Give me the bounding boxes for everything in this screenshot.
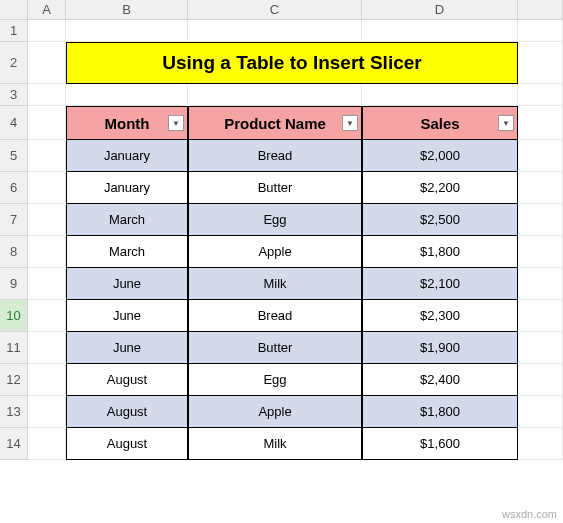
row-header-13[interactable]: 13 — [0, 396, 28, 428]
cell-e2[interactable] — [518, 42, 563, 84]
td-month-8[interactable]: August — [66, 396, 188, 428]
cell-e1[interactable] — [518, 20, 563, 42]
th-month[interactable]: Month ▼ — [66, 106, 188, 140]
row-header-6[interactable]: 6 — [0, 172, 28, 204]
row-header-4[interactable]: 4 — [0, 106, 28, 140]
cell-e5[interactable] — [518, 140, 563, 172]
cell-e6[interactable] — [518, 172, 563, 204]
cell-a1[interactable] — [28, 20, 66, 42]
cell-d1[interactable] — [362, 20, 518, 42]
corner-cell[interactable] — [0, 0, 28, 20]
th-product[interactable]: Product Name ▼ — [188, 106, 362, 140]
row-header-1[interactable]: 1 — [0, 20, 28, 42]
row-header-10[interactable]: 10 — [0, 300, 28, 332]
cell-a11[interactable] — [28, 332, 66, 364]
cell-a2[interactable] — [28, 42, 66, 84]
col-header-extra[interactable] — [518, 0, 563, 20]
cell-a14[interactable] — [28, 428, 66, 460]
row-header-11[interactable]: 11 — [0, 332, 28, 364]
td-product-2[interactable]: Egg — [188, 204, 362, 236]
cell-a3[interactable] — [28, 84, 66, 106]
filter-btn-sales[interactable]: ▼ — [498, 115, 514, 131]
cell-e11[interactable] — [518, 332, 563, 364]
td-month-4[interactable]: June — [66, 268, 188, 300]
td-sales-8[interactable]: $1,800 — [362, 396, 518, 428]
td-sales-9[interactable]: $1,600 — [362, 428, 518, 460]
th-product-label: Product Name — [224, 115, 326, 132]
td-product-1[interactable]: Butter — [188, 172, 362, 204]
cell-e8[interactable] — [518, 236, 563, 268]
td-sales-2[interactable]: $2,500 — [362, 204, 518, 236]
cell-e3[interactable] — [518, 84, 563, 106]
cell-d3[interactable] — [362, 84, 518, 106]
td-product-3[interactable]: Apple — [188, 236, 362, 268]
col-header-b[interactable]: B — [66, 0, 188, 20]
cell-e9[interactable] — [518, 268, 563, 300]
watermark: wsxdn.com — [502, 508, 557, 520]
td-month-1[interactable]: January — [66, 172, 188, 204]
filter-btn-product[interactable]: ▼ — [342, 115, 358, 131]
col-header-d[interactable]: D — [362, 0, 518, 20]
td-sales-3[interactable]: $1,800 — [362, 236, 518, 268]
th-month-label: Month — [105, 115, 150, 132]
row-header-12[interactable]: 12 — [0, 364, 28, 396]
cell-a8[interactable] — [28, 236, 66, 268]
td-sales-6[interactable]: $1,900 — [362, 332, 518, 364]
td-product-4[interactable]: Milk — [188, 268, 362, 300]
td-sales-0[interactable]: $2,000 — [362, 140, 518, 172]
td-month-0[interactable]: January — [66, 140, 188, 172]
td-month-2[interactable]: March — [66, 204, 188, 236]
td-month-7[interactable]: August — [66, 364, 188, 396]
td-product-7[interactable]: Egg — [188, 364, 362, 396]
cell-e13[interactable] — [518, 396, 563, 428]
td-month-9[interactable]: August — [66, 428, 188, 460]
td-product-0[interactable]: Bread — [188, 140, 362, 172]
row-header-7[interactable]: 7 — [0, 204, 28, 236]
cell-a10[interactable] — [28, 300, 66, 332]
cell-c3[interactable] — [188, 84, 362, 106]
td-sales-7[interactable]: $2,400 — [362, 364, 518, 396]
cell-a6[interactable] — [28, 172, 66, 204]
filter-btn-month[interactable]: ▼ — [168, 115, 184, 131]
cell-a5[interactable] — [28, 140, 66, 172]
td-product-5[interactable]: Bread — [188, 300, 362, 332]
cell-a12[interactable] — [28, 364, 66, 396]
row-header-3[interactable]: 3 — [0, 84, 28, 106]
cell-a7[interactable] — [28, 204, 66, 236]
cell-e14[interactable] — [518, 428, 563, 460]
cell-e10[interactable] — [518, 300, 563, 332]
row-header-14[interactable]: 14 — [0, 428, 28, 460]
col-header-a[interactable]: A — [28, 0, 66, 20]
row-header-8[interactable]: 8 — [0, 236, 28, 268]
cell-b1[interactable] — [66, 20, 188, 42]
td-product-9[interactable]: Milk — [188, 428, 362, 460]
td-sales-4[interactable]: $2,100 — [362, 268, 518, 300]
cell-a4[interactable] — [28, 106, 66, 140]
row-header-2[interactable]: 2 — [0, 42, 28, 84]
row-header-5[interactable]: 5 — [0, 140, 28, 172]
td-product-8[interactable]: Apple — [188, 396, 362, 428]
cell-a13[interactable] — [28, 396, 66, 428]
td-product-6[interactable]: Butter — [188, 332, 362, 364]
cell-b3[interactable] — [66, 84, 188, 106]
spreadsheet-grid: A B C D 1 2 Using a Table to Insert Slic… — [0, 0, 563, 460]
td-month-3[interactable]: March — [66, 236, 188, 268]
cell-e4[interactable] — [518, 106, 563, 140]
cell-a9[interactable] — [28, 268, 66, 300]
title-merged-cell[interactable]: Using a Table to Insert Slicer — [66, 42, 518, 84]
th-sales-label: Sales — [420, 115, 459, 132]
td-sales-5[interactable]: $2,300 — [362, 300, 518, 332]
th-sales[interactable]: Sales ▼ — [362, 106, 518, 140]
cell-c1[interactable] — [188, 20, 362, 42]
cell-e12[interactable] — [518, 364, 563, 396]
row-header-9[interactable]: 9 — [0, 268, 28, 300]
col-header-c[interactable]: C — [188, 0, 362, 20]
td-month-6[interactable]: June — [66, 332, 188, 364]
cell-e7[interactable] — [518, 204, 563, 236]
td-sales-1[interactable]: $2,200 — [362, 172, 518, 204]
td-month-5[interactable]: June — [66, 300, 188, 332]
